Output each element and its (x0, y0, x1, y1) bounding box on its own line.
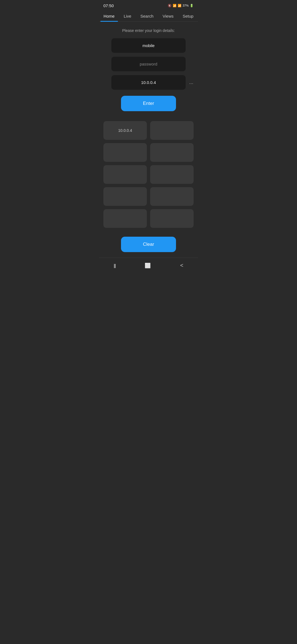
wifi-icon: 📶 (173, 4, 177, 7)
ip-row: ... (111, 75, 186, 90)
tab-live[interactable]: Live (120, 12, 135, 21)
grid-cell-0-text: 10.0.0.4 (118, 128, 132, 133)
recent-apps-icon[interactable] (108, 261, 121, 270)
grid-cell-3[interactable] (150, 143, 194, 162)
back-icon[interactable] (175, 261, 189, 270)
grid-cell-4[interactable] (103, 165, 147, 184)
status-icons: 🔇 📶 📶 37% 🔋 (168, 4, 194, 7)
grid-cell-6[interactable] (103, 187, 147, 206)
clear-section: Clear (99, 232, 198, 258)
grid-container: 10.0.0.4 (103, 121, 194, 228)
status-bar: 07:50 🔇 📶 📶 37% 🔋 (99, 0, 198, 10)
tab-views[interactable]: Views (159, 12, 177, 21)
enter-button[interactable]: Enter (121, 96, 176, 111)
battery-icon: 🔋 (190, 4, 194, 7)
clear-button[interactable]: Clear (121, 237, 176, 252)
grid-section: 10.0.0.4 (99, 116, 198, 232)
tab-home[interactable]: Home (100, 12, 118, 21)
tab-search[interactable]: Search (137, 12, 157, 21)
grid-cell-8[interactable] (103, 209, 147, 228)
grid-cell-2[interactable] (103, 143, 147, 162)
ip-input[interactable] (111, 75, 186, 90)
dots-menu-button[interactable]: ... (187, 78, 196, 86)
mute-icon: 🔇 (168, 4, 172, 7)
nav-tabs: Home Live Search Views Setup (99, 10, 198, 22)
login-prompt: Please enter your login details: (122, 28, 175, 33)
login-section: Please enter your login details: ... Ent… (99, 22, 198, 116)
battery-text: 37% (183, 4, 189, 7)
password-input[interactable] (111, 57, 186, 71)
home-icon[interactable] (139, 261, 156, 270)
grid-cell-7[interactable] (150, 187, 194, 206)
bottom-nav (99, 258, 198, 274)
tab-setup[interactable]: Setup (179, 12, 197, 21)
grid-cell-5[interactable] (150, 165, 194, 184)
grid-cell-9[interactable] (150, 209, 194, 228)
status-time: 07:50 (103, 3, 114, 8)
username-input[interactable] (111, 38, 186, 53)
grid-cell-0[interactable]: 10.0.0.4 (103, 121, 147, 140)
grid-cell-1[interactable] (150, 121, 194, 140)
signal-icon: 📶 (178, 4, 182, 7)
